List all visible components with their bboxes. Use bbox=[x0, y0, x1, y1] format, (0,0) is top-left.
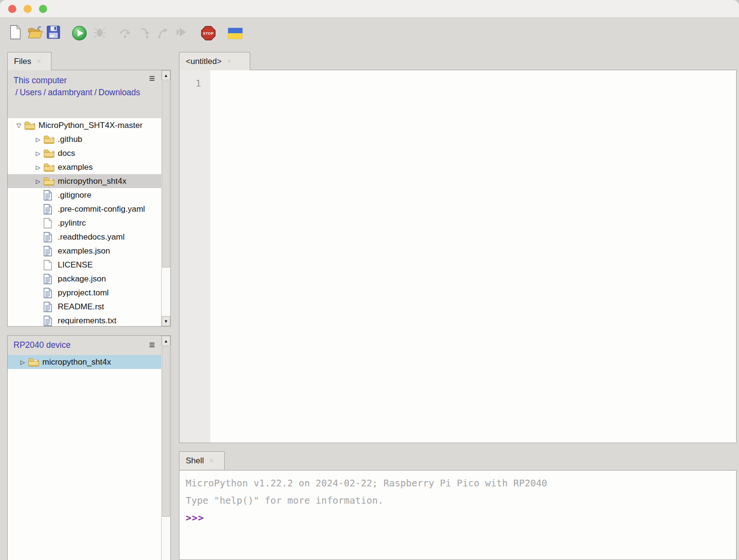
tree-item[interactable]: ▷ docs bbox=[8, 146, 161, 160]
stop-sign-icon: STOP bbox=[201, 26, 216, 40]
debug-button[interactable] bbox=[92, 25, 107, 41]
item-icon bbox=[43, 288, 55, 298]
open-folder-icon bbox=[27, 26, 43, 41]
tab-shell[interactable]: Shell × bbox=[179, 451, 225, 470]
item-label: docs bbox=[58, 149, 75, 158]
scroll-down-icon[interactable]: ▼ bbox=[162, 316, 170, 326]
tree-item[interactable]: .pylintrc bbox=[8, 216, 161, 230]
breadcrumb-link[interactable]: adambryant bbox=[48, 88, 92, 97]
scrollbar-thumb[interactable] bbox=[162, 346, 170, 517]
tree-item[interactable]: README.rst bbox=[8, 300, 161, 314]
item-icon bbox=[43, 274, 55, 284]
step-into-button[interactable] bbox=[138, 25, 153, 41]
item-label: .gitignore bbox=[58, 191, 91, 200]
scroll-up-icon[interactable]: ▲ bbox=[162, 70, 170, 80]
zoom-window-button[interactable] bbox=[39, 5, 47, 13]
minimize-window-button[interactable] bbox=[24, 5, 32, 13]
item-label: LICENSE bbox=[58, 260, 93, 270]
tab-editor-untitled[interactable]: <untitled> × bbox=[179, 52, 250, 70]
item-label: MicroPython_SHT4X-master bbox=[38, 121, 142, 130]
step-out-icon bbox=[156, 26, 168, 40]
item-label: package.json bbox=[58, 274, 106, 284]
breadcrumb-link[interactable]: Users bbox=[20, 88, 42, 97]
scroll-up-icon[interactable]: ▲ bbox=[162, 336, 170, 346]
breadcrumb-link[interactable]: Downloads bbox=[99, 88, 140, 97]
tree-item[interactable]: ▷ micropython_sht4x bbox=[8, 174, 161, 188]
breadcrumb-separator: / bbox=[15, 88, 18, 97]
item-label: .pre-commit-config.yaml bbox=[58, 204, 145, 214]
item-icon bbox=[43, 218, 55, 229]
item-icon bbox=[43, 135, 55, 144]
item-icon bbox=[43, 232, 55, 242]
expander-triangle-icon[interactable]: ▷ bbox=[33, 136, 43, 143]
close-window-button[interactable] bbox=[8, 5, 16, 13]
new-file-icon bbox=[10, 25, 21, 41]
tree-item[interactable]: .gitignore bbox=[8, 188, 161, 202]
shell-output-area[interactable]: MicroPython v1.22.2 on 2024-02-22; Raspb… bbox=[179, 470, 737, 560]
expander-triangle-icon[interactable]: ▷ bbox=[33, 178, 43, 185]
breadcrumb: This computer/Users/adambryant/Downloads bbox=[13, 75, 136, 99]
line-numbers: 1 bbox=[179, 70, 210, 90]
tab-files-label: Files bbox=[14, 57, 31, 66]
title-bar[interactable] bbox=[0, 0, 739, 18]
tree-item[interactable]: ▷ examples bbox=[8, 160, 161, 174]
device-tree: ▷ micropython_sht4x bbox=[8, 355, 161, 560]
step-over-icon bbox=[119, 26, 131, 40]
tree-item[interactable]: package.json bbox=[8, 272, 161, 286]
open-file-button[interactable] bbox=[27, 25, 43, 41]
tree-item[interactable]: .pre-commit-config.yaml bbox=[8, 202, 161, 216]
breadcrumb-root-link[interactable]: This computer bbox=[13, 76, 67, 85]
shell-output-line: MicroPython v1.22.2 on 2024-02-22; Raspb… bbox=[186, 475, 736, 492]
tree-item[interactable]: examples.json bbox=[8, 244, 161, 258]
tab-close-icon[interactable]: × bbox=[37, 58, 41, 65]
step-over-button[interactable] bbox=[117, 25, 133, 41]
files-panel: This computer/Users/adambryant/Downloads… bbox=[7, 70, 171, 327]
tab-close-icon[interactable]: × bbox=[209, 457, 214, 465]
resume-icon bbox=[175, 26, 188, 40]
tree-item[interactable]: requirements.txt bbox=[8, 314, 161, 326]
item-icon bbox=[43, 246, 55, 256]
tree-item[interactable]: ▷ .github bbox=[8, 132, 161, 146]
stop-restart-button[interactable]: STOP bbox=[201, 25, 216, 41]
tab-files[interactable]: Files × bbox=[7, 52, 51, 70]
line-number-gutter: 1 bbox=[179, 70, 210, 443]
breadcrumb-separator: / bbox=[44, 88, 46, 97]
ukraine-flag-icon bbox=[228, 28, 242, 39]
scrollbar-thumb[interactable] bbox=[162, 81, 170, 267]
item-label: README.rst bbox=[58, 302, 104, 312]
tree-item[interactable]: pyproject.toml bbox=[8, 286, 161, 300]
expander-triangle-icon[interactable]: ▷ bbox=[17, 359, 28, 366]
expander-triangle-icon[interactable]: ▷ bbox=[33, 164, 43, 171]
files-menu-button[interactable]: ≡ bbox=[149, 73, 155, 83]
item-label: .github bbox=[58, 135, 82, 144]
expander-triangle-icon[interactable]: ▷ bbox=[33, 150, 43, 157]
run-button[interactable] bbox=[72, 25, 87, 41]
files-panel-header: This computer/Users/adambryant/Downloads… bbox=[8, 70, 161, 118]
device-panel-title: RP2040 device bbox=[13, 340, 71, 350]
new-file-button[interactable] bbox=[8, 25, 23, 41]
tree-item[interactable]: ▽ MicroPython_SHT4X-master bbox=[8, 118, 161, 132]
item-label: .readthedocs.yaml bbox=[58, 232, 125, 242]
device-scrollbar[interactable]: ▲ bbox=[161, 336, 170, 560]
item-label: micropython_sht4x bbox=[42, 357, 111, 367]
toolbar: STOP bbox=[0, 18, 739, 49]
support-ukraine-button[interactable] bbox=[228, 25, 243, 41]
tab-editor-label: <untitled> bbox=[186, 57, 222, 66]
code-editor-area[interactable] bbox=[210, 70, 736, 443]
device-menu-button[interactable]: ≡ bbox=[149, 340, 155, 350]
tree-item[interactable]: .readthedocs.yaml bbox=[8, 230, 161, 244]
tree-item[interactable]: ▷ micropython_sht4x bbox=[8, 355, 161, 369]
files-tree: ▽ MicroPython_SHT4X-master ▷ .github ▷ d… bbox=[8, 118, 161, 326]
thonny-window: STOP Files × This computer/Users/adambry… bbox=[0, 0, 739, 560]
step-out-button[interactable] bbox=[154, 25, 170, 41]
shell-prompt: >>> bbox=[186, 509, 736, 527]
save-file-button[interactable] bbox=[46, 25, 61, 41]
tab-close-icon[interactable]: × bbox=[227, 58, 231, 65]
item-label: examples.json bbox=[58, 246, 110, 256]
expander-triangle-icon[interactable]: ▽ bbox=[13, 122, 24, 129]
item-icon bbox=[28, 358, 39, 367]
item-icon bbox=[43, 204, 55, 215]
resume-button[interactable] bbox=[174, 25, 189, 41]
tree-item[interactable]: LICENSE bbox=[8, 258, 161, 272]
files-scrollbar[interactable]: ▲ ▼ bbox=[161, 70, 170, 326]
